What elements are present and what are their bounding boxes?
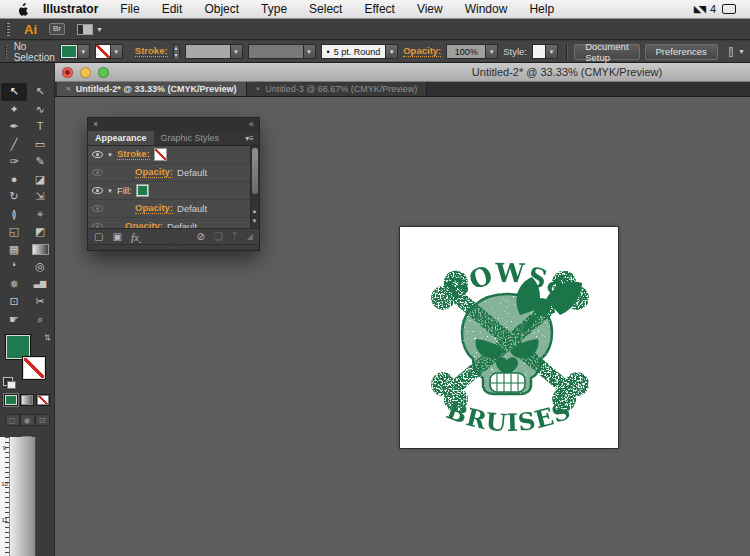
align-options-icon[interactable] [729, 47, 733, 57]
appearance-row-opacity[interactable]: Opacity: Default [88, 200, 250, 217]
chevron-down-icon[interactable]: ▼ [738, 48, 745, 55]
draw-behind-mode-icon[interactable]: ◉ [20, 414, 35, 426]
chevron-down-icon[interactable]: ▼ [231, 44, 243, 59]
chevron-down-icon[interactable]: ▼ [111, 44, 123, 59]
vertical-scrollbar[interactable] [10, 437, 36, 556]
visibility-eye-icon[interactable] [92, 187, 103, 194]
go-to-bridge-button[interactable]: Br [49, 23, 65, 35]
stroke-panel-link[interactable]: Stroke: [135, 46, 168, 57]
tab-untitled-2[interactable]: × Untitled-2* @ 33.33% (CMYK/Preview) [57, 82, 247, 96]
appearance-row-opacity[interactable]: Opacity: Default [88, 218, 250, 228]
collapse-panel-icon[interactable]: « [249, 120, 254, 129]
selection-tool[interactable]: ↖ [1, 83, 27, 101]
opacity-panel-link[interactable]: Opacity: [403, 46, 441, 57]
draw-normal-mode-icon[interactable]: ◻ [5, 414, 20, 426]
visibility-eye-icon[interactable] [92, 169, 103, 176]
hand-tool[interactable]: ☛ [1, 311, 27, 329]
add-new-stroke-icon[interactable]: ▢ [94, 231, 103, 242]
panel-menu-icon[interactable]: ▾≡ [245, 131, 259, 145]
zoom-tool[interactable]: ⌕ [27, 311, 53, 329]
minimize-window-button[interactable] [80, 67, 91, 78]
rectangle-tool[interactable]: ▭ [27, 136, 53, 154]
free-transform-tool[interactable]: ⌖ [27, 206, 53, 224]
clear-appearance-icon[interactable]: ⊘ [196, 231, 204, 242]
document-setup-button[interactable]: Document Setup [574, 44, 639, 60]
apple-menu-icon[interactable] [18, 3, 29, 16]
scrollbar-thumb[interactable] [252, 148, 258, 194]
stroke-swatch[interactable] [22, 356, 46, 380]
arrange-documents-button[interactable]: ▼ [77, 24, 103, 35]
eraser-tool[interactable]: ◪ [27, 171, 53, 189]
lasso-tool[interactable]: ∿ [27, 101, 53, 119]
chevron-down-icon[interactable]: ▼ [304, 44, 316, 59]
controlbar-grip[interactable] [5, 45, 7, 58]
visibility-eye-icon[interactable] [92, 223, 103, 228]
menubar-item[interactable]: File [109, 0, 150, 18]
width-tool[interactable]: ≬ [1, 206, 27, 224]
panel-scrollbar[interactable]: ▲ ▼ [250, 146, 259, 228]
rotate-tool[interactable]: ↻ [1, 188, 27, 206]
chevron-down-icon[interactable]: ▼ [78, 44, 90, 59]
menubar-item[interactable]: Edit [151, 0, 194, 18]
shape-builder-tool[interactable]: ◱ [1, 223, 27, 241]
brush-definition-dropdown[interactable]: •5 pt. Round ▼ [321, 44, 399, 59]
fill-color-swatch[interactable] [136, 184, 149, 197]
magic-wand-tool[interactable]: ✦ [1, 101, 27, 119]
visibility-eye-icon[interactable] [92, 151, 103, 158]
close-icon[interactable]: × [93, 120, 98, 129]
close-icon[interactable]: × [66, 85, 71, 93]
menubar-item[interactable]: Effect [353, 0, 405, 18]
opacity-dropdown[interactable]: 100% ▼ [446, 44, 498, 59]
graphic-style-swatch[interactable] [532, 44, 546, 59]
add-new-fill-icon[interactable]: ▣ [112, 231, 121, 242]
graphic-style-dropdown[interactable]: ▼ [532, 44, 558, 59]
color-button[interactable] [4, 394, 18, 406]
scroll-down-icon[interactable]: ▼ [251, 218, 258, 224]
stroke-color-dropdown[interactable]: ▼ [95, 44, 123, 59]
menubar-item[interactable]: Window [454, 0, 519, 18]
eyedropper-tool[interactable]: ❛ [1, 258, 27, 276]
stroke-weight-stepper[interactable]: ▲ ▼ [173, 44, 180, 59]
artboard[interactable]: BOWS& BRUISES [400, 227, 618, 448]
chevron-down-icon[interactable]: ▼ [386, 44, 398, 59]
menubar-item[interactable]: Select [298, 0, 353, 18]
stepper-down-icon[interactable]: ▼ [174, 52, 179, 59]
preferences-button[interactable]: Preferences [645, 44, 718, 60]
blob-brush-tool[interactable]: ● [1, 171, 27, 189]
close-window-button[interactable] [62, 67, 73, 78]
appearance-row-fill[interactable]: ▼ Fill: [88, 182, 250, 199]
symbol-sprayer-tool[interactable]: ✵ [1, 276, 27, 294]
artboard-tool[interactable]: ⊡ [1, 293, 27, 311]
window-title-bar[interactable]: Untitled-2* @ 33.33% (CMYK/Preview) [55, 63, 750, 82]
stepper-up-icon[interactable]: ▲ [174, 45, 179, 52]
tab-untitled-3[interactable]: × Untitled-3 @ 66.67% (CMYK/Preview) [247, 82, 428, 96]
variable-width-profile-dropdown[interactable]: ▼ [248, 44, 316, 59]
type-tool[interactable]: T [27, 118, 53, 136]
opacity-row-label[interactable]: Opacity: [135, 167, 173, 178]
direct-selection-tool[interactable]: ↖ [27, 83, 53, 101]
line-segment-tool[interactable]: ╱ [1, 136, 27, 154]
blend-tool[interactable]: ◎ [27, 258, 53, 276]
stroke-weight-value[interactable] [185, 44, 231, 59]
gradient-tool[interactable] [27, 241, 53, 259]
displays-menu-icon[interactable] [722, 4, 736, 14]
fill-row-label[interactable]: Fill: [117, 185, 132, 196]
opacity-row-label[interactable]: Opacity: [135, 203, 173, 214]
duplicate-item-icon[interactable]: ❏ [214, 231, 223, 242]
pen-tool[interactable]: ✒ [1, 118, 27, 136]
tab-graphic-styles[interactable]: Graphic Styles [154, 131, 227, 145]
stroke-row-label[interactable]: Stroke: [117, 149, 150, 160]
column-graph-tool[interactable]: ▃▆ [27, 276, 53, 294]
zoom-window-button[interactable] [98, 67, 109, 78]
menubar-item[interactable]: Object [193, 0, 250, 18]
swap-fill-stroke-icon[interactable]: ⇄ [43, 334, 52, 341]
chevron-down-icon[interactable]: ▼ [546, 44, 558, 59]
close-icon[interactable]: × [256, 85, 261, 93]
chevron-down-icon[interactable]: ▼ [486, 44, 498, 59]
visibility-eye-icon[interactable] [92, 205, 103, 212]
opacity-value[interactable]: 100% [446, 44, 486, 59]
menubar-item[interactable]: Help [518, 0, 565, 18]
adobe-app-icon[interactable]: ◣◥ [694, 4, 704, 14]
scale-tool[interactable]: ⇲ [27, 188, 53, 206]
menubar-item[interactable]: Type [250, 0, 298, 18]
